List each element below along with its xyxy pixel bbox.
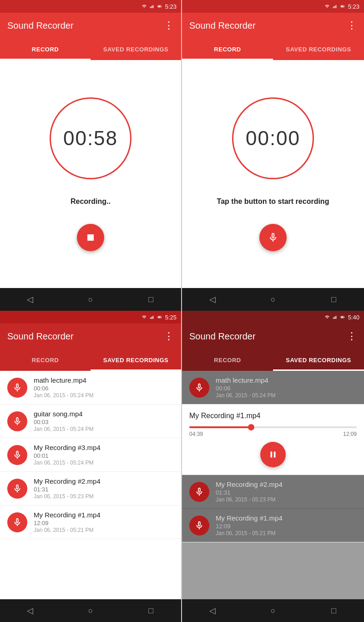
- playback-slider[interactable]: [189, 426, 357, 428]
- recording-date-bl-3: Jan 06, 2015 - 05:24 PM: [34, 460, 101, 466]
- signal-icon-tr: [332, 4, 338, 9]
- recording-date-bl-1: Jan 06, 2015 - 05:24 PM: [34, 392, 93, 399]
- recording-icon-br-bot2: [189, 516, 209, 536]
- wifi-icon: [141, 4, 147, 9]
- recording-item-br-top[interactable]: math lecture.mp4 00:06 Jan 06, 2015 - 05…: [182, 371, 364, 405]
- mic-icon-bl-5: [12, 517, 22, 527]
- recording-item-bl-4[interactable]: My Recording #2.mp4 01:31 Jan 06, 2015 -…: [0, 472, 181, 506]
- timer-display-tr: 00:00: [246, 127, 300, 150]
- mic-icon-br-bot1: [194, 487, 204, 497]
- recording-info-br-top: math lecture.mp4 00:06 Jan 06, 2015 - 05…: [216, 376, 275, 399]
- recording-info-br-bot1: My Recording #2.mp4 01:31 Jan 06, 2015 -…: [216, 480, 283, 503]
- tab-record-tr[interactable]: RECORD: [182, 38, 273, 60]
- recordings-list-br: math lecture.mp4 00:06 Jan 06, 2015 - 05…: [182, 371, 364, 599]
- status-time-tl: 5:23: [165, 3, 177, 10]
- home-button-tr[interactable]: [264, 290, 282, 308]
- recording-info-bl-3: My Recording #3.mp4 00:01 Jan 06, 2015 -…: [34, 444, 101, 466]
- battery-icon-tr: [339, 4, 346, 9]
- menu-button-br[interactable]: ⋮: [347, 331, 357, 341]
- recording-icon-bl-2: [7, 411, 27, 431]
- recording-name-bl-4: My Recording #2.mp4: [34, 477, 101, 485]
- recording-item-bl-3[interactable]: My Recording #3.mp4 00:01 Jan 06, 2015 -…: [0, 438, 181, 472]
- svg-rect-27: [341, 317, 343, 318]
- panel-bottom-left: 5:25 Sound Recorder ⋮ RECORD SAVED RECOR…: [0, 311, 182, 622]
- recording-item-bl-1[interactable]: math lecture.mp4 00:06 Jan 06, 2015 - 05…: [0, 371, 181, 405]
- app-title-tr: Sound Recorder: [189, 20, 347, 31]
- back-button-tl[interactable]: [21, 290, 39, 308]
- tab-record-br[interactable]: RECORD: [182, 349, 273, 371]
- svg-rect-22: [333, 318, 334, 319]
- recording-item-br-bot1[interactable]: My Recording #2.mp4 01:31 Jan 06, 2015 -…: [182, 475, 364, 509]
- mic-button-tr[interactable]: [259, 224, 287, 251]
- battery-icon: [157, 4, 163, 9]
- stop-icon: [85, 232, 96, 243]
- timer-display-tl: 00:58: [63, 127, 118, 150]
- recording-duration-bl-5: 12:09: [34, 520, 101, 526]
- recording-name-br-top: math lecture.mp4: [216, 376, 275, 384]
- recording-name-br-bot2: My Recording #1.mp4: [216, 514, 283, 522]
- recents-button-bl[interactable]: [142, 602, 160, 620]
- tab-record-bl[interactable]: RECORD: [0, 349, 91, 371]
- slider-track: [189, 426, 357, 428]
- timer-circle-tr: 00:00: [232, 97, 314, 179]
- tab-record-tl[interactable]: RECORD: [0, 38, 91, 60]
- svg-rect-2: [152, 5, 152, 8]
- recording-date-br-bot2: Jan 06, 2015 - 05:21 PM: [216, 530, 283, 536]
- recording-info-bl-2: guitar song.mp4 00:03 Jan 06, 2015 - 05:…: [34, 410, 93, 432]
- recents-button-tr[interactable]: [324, 290, 343, 308]
- tab-saved-tr[interactable]: SAVED RECORDINGS: [273, 38, 364, 60]
- recording-info-bl-4: My Recording #2.mp4 01:31 Jan 06, 2015 -…: [34, 477, 101, 500]
- recording-item-br-bot2[interactable]: My Recording #1.mp4 12:09 Jan 06, 2015 -…: [182, 509, 364, 542]
- status-time-tr: 5:23: [348, 3, 359, 10]
- svg-rect-18: [153, 316, 153, 319]
- signal-icon: [149, 4, 155, 9]
- back-button-bl[interactable]: [21, 602, 39, 620]
- recording-name-bl-2: guitar song.mp4: [34, 410, 93, 418]
- recording-icon-bl-3: [7, 445, 27, 465]
- svg-rect-11: [336, 5, 336, 8]
- playback-controls: [189, 442, 357, 467]
- recents-button-tl[interactable]: [142, 290, 160, 308]
- svg-rect-10: [335, 5, 335, 8]
- mic-icon-bl-3: [12, 450, 22, 460]
- mic-icon: [268, 232, 278, 243]
- app-bar-tr: Sound Recorder ⋮: [182, 13, 364, 38]
- tab-saved-tl[interactable]: SAVED RECORDINGS: [91, 38, 181, 60]
- tab-saved-bl[interactable]: SAVED RECORDINGS: [91, 349, 181, 371]
- recording-item-bl-2[interactable]: guitar song.mp4 00:03 Jan 06, 2015 - 05:…: [0, 405, 181, 438]
- back-button-tr[interactable]: [203, 290, 222, 308]
- record-screen-tr: 00:00 Tap the button to start recording: [182, 60, 364, 288]
- status-bar-tr: 5:23: [182, 0, 364, 13]
- status-bar-bl: 5:25: [0, 311, 181, 324]
- recents-button-br[interactable]: [324, 602, 343, 620]
- home-button-bl[interactable]: [81, 602, 100, 620]
- recording-icon-br-top: [189, 378, 209, 398]
- back-button-br[interactable]: [203, 602, 222, 620]
- nav-bar-tr: [182, 288, 364, 311]
- menu-button-tr[interactable]: ⋮: [347, 20, 357, 30]
- slider-thumb[interactable]: [248, 424, 254, 430]
- recording-duration-br-top: 00:06: [216, 385, 275, 392]
- app-bar-tl: Sound Recorder ⋮: [0, 13, 181, 38]
- stop-button-tl[interactable]: [77, 224, 104, 251]
- panel-top-left: 5:23 Sound Recorder ⋮ RECORD SAVED RECOR…: [0, 0, 182, 311]
- battery-icon-bl: [157, 315, 163, 319]
- tab-saved-br[interactable]: SAVED RECORDINGS: [273, 349, 364, 371]
- svg-rect-8: [333, 7, 334, 8]
- mic-icon-br-top: [194, 383, 204, 393]
- wifi-icon-bl: [141, 315, 147, 319]
- recording-icon-bl-4: [7, 479, 27, 499]
- wifi-icon-tr: [324, 4, 330, 9]
- current-time: 04:39: [189, 431, 203, 437]
- home-button-br[interactable]: [264, 602, 282, 620]
- recording-name-br-bot1: My Recording #2.mp4: [216, 480, 283, 488]
- recording-item-bl-5[interactable]: My Recording #1.mp4 12:09 Jan 06, 2015 -…: [0, 506, 181, 539]
- pause-button[interactable]: [260, 442, 286, 467]
- menu-button-bl[interactable]: ⋮: [164, 331, 174, 341]
- total-time: 12:09: [343, 431, 357, 437]
- svg-rect-28: [344, 317, 344, 318]
- menu-button-tl[interactable]: ⋮: [164, 20, 174, 30]
- svg-rect-1: [151, 6, 152, 8]
- tab-bar-tr: RECORD SAVED RECORDINGS: [182, 38, 364, 60]
- home-button-tl[interactable]: [81, 290, 100, 308]
